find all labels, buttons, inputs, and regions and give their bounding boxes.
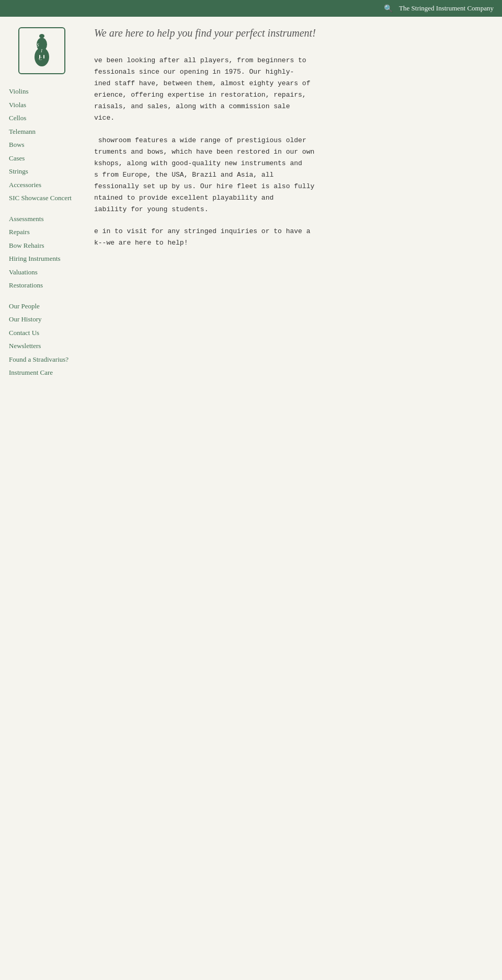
nav-group-services: Assessments Repairs Bow Rehairs Hiring I… [0,212,84,292]
nav-item-our-people[interactable]: Our People [0,299,84,313]
main-content: We are here to help you find your perfec… [84,17,502,980]
top-bar: 🔍 The Stringed Instrument Company [0,0,502,17]
logo-svg: S I C [21,30,63,72]
content-paragraph-2: showroom features a wide range of presti… [94,135,492,216]
nav-item-contact-us[interactable]: Contact Us [0,326,84,340]
svg-rect-6 [43,55,44,59]
page-wrapper: S I C Violins Violas Cellos Telemann Bow… [0,17,502,980]
nav-item-violas[interactable]: Violas [0,98,84,112]
nav-item-repairs[interactable]: Repairs [0,225,84,239]
logo-wrap: S I C [0,22,84,85]
content-paragraph-3: e in to visit for any stringed inquiries… [94,226,492,249]
nav-item-newsletters[interactable]: Newsletters [0,339,84,353]
hero-subtitle: We are here to help you find your perfec… [94,27,492,39]
nav-group-about: Our People Our History Contact Us Newsle… [0,299,84,379]
logo-box: S I C [18,27,65,74]
nav-item-instrument-care[interactable]: Instrument Care [0,366,84,379]
nav-item-telemann[interactable]: Telemann [0,125,84,139]
nav-item-assessments[interactable]: Assessments [0,212,84,226]
page-bottom-spacer [94,259,492,458]
search-icon[interactable]: 🔍 [384,4,393,13]
svg-text:S: S [37,42,39,48]
nav-item-bows[interactable]: Bows [0,138,84,152]
nav-item-found-stradivarius[interactable]: Found a Stradivarius? [0,353,84,366]
nav-item-hiring-instruments[interactable]: Hiring Instruments [0,252,84,266]
nav-item-sic-showcase-concert[interactable]: SIC Showcase Concert [0,191,84,205]
nav-item-accessories[interactable]: Accessories [0,178,84,192]
svg-text:C: C [39,56,42,61]
svg-rect-3 [41,37,43,45]
site-title: The Stringed Instrument Company [399,4,494,13]
nav-group-shop: Violins Violas Cellos Telemann Bows Case… [0,85,84,205]
nav-item-cellos[interactable]: Cellos [0,111,84,125]
nav-item-restorations[interactable]: Restorations [0,279,84,292]
nav-item-strings[interactable]: Strings [0,165,84,178]
nav-item-bow-rehairs[interactable]: Bow Rehairs [0,239,84,252]
svg-point-4 [39,34,44,38]
content-paragraph-1: ve been looking after all players, from … [94,55,492,124]
sidebar: S I C Violins Violas Cellos Telemann Bow… [0,17,84,980]
nav-item-valuations[interactable]: Valuations [0,266,84,279]
nav-item-our-history[interactable]: Our History [0,313,84,326]
nav-item-violins[interactable]: Violins [0,85,84,98]
nav-item-cases[interactable]: Cases [0,152,84,165]
